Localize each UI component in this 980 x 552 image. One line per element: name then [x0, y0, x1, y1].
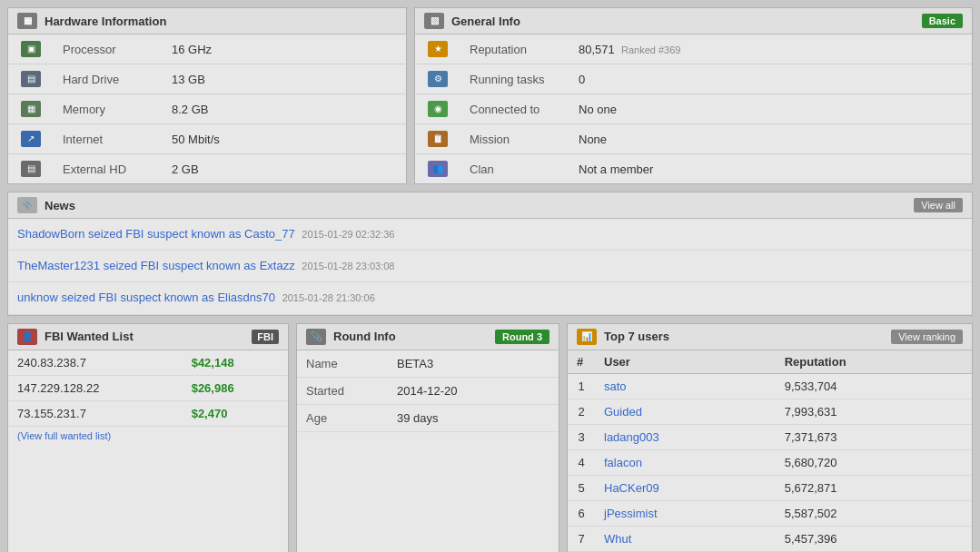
- table-row: 147.229.128.22 $26,986: [8, 375, 288, 400]
- reputation-cell: 5,680,720: [776, 449, 972, 475]
- reputation-label: Reputation: [460, 34, 569, 64]
- clan-value: Not a member: [569, 154, 972, 184]
- user-link[interactable]: sato: [604, 380, 627, 393]
- table-row: ⚙ Running tasks 0: [415, 64, 972, 94]
- table-row: ▦ Memory 8.2 GB: [8, 94, 406, 124]
- fbi-icon: 👤: [17, 329, 37, 345]
- user-link[interactable]: Whut: [604, 532, 631, 546]
- news-link[interactable]: ShadowBorn seized FBI suspect known as C…: [17, 227, 295, 241]
- round-name-label: Name: [297, 350, 388, 378]
- table-row: ▤ Hard Drive 13 GB: [8, 64, 406, 94]
- round-table: Name BETA3 Started 2014-12-20 Age 39 day…: [297, 350, 559, 432]
- internet-value: 50 Mbit/s: [163, 124, 406, 154]
- harddrive-value: 13 GB: [163, 64, 406, 94]
- round-panel: 📎 Round Info Round 3 Name BETA3 Started …: [296, 323, 559, 552]
- fbi-ip: 240.83.238.7: [8, 350, 183, 376]
- table-row: ◉ Connected to No one: [415, 94, 972, 124]
- fbi-badge: FBI: [252, 330, 279, 344]
- news-link[interactable]: unknow seized FBI suspect known as Elias…: [17, 291, 275, 304]
- table-row: 5 HaCKer09 5,672,871: [568, 475, 972, 500]
- hardware-panel: ▦ Hardware Information ▣ Processor 16 GH…: [7, 7, 407, 184]
- news-header: 📎 News View all: [8, 192, 972, 219]
- hardware-title: Hardware Information: [45, 15, 397, 28]
- user-link[interactable]: Guided: [604, 405, 642, 419]
- user-link[interactable]: jPessimist: [604, 507, 658, 520]
- tasks-label: Running tasks: [460, 64, 569, 94]
- view-full-wanted-link[interactable]: (View full wanted list): [8, 427, 288, 445]
- reputation-cell: 9,533,704: [776, 373, 972, 399]
- hardware-header: ▦ Hardware Information: [8, 8, 406, 34]
- clan-label: Clan: [460, 154, 569, 184]
- tasks-value: 0: [569, 64, 972, 94]
- general-icon: ▧: [424, 13, 444, 29]
- round-started-label: Started: [297, 377, 388, 404]
- news-title: News: [45, 199, 906, 212]
- top7-header-row: # User Reputation: [568, 350, 972, 374]
- round-name-value: BETA3: [388, 350, 559, 378]
- general-panel: ▧ General Info Basic ★ Reputation 80,571…: [414, 7, 973, 184]
- table-row: 240.83.238.7 $42,148: [8, 350, 288, 376]
- round-icon: 📎: [306, 329, 326, 345]
- news-timestamp: 2015-01-28 21:30:06: [282, 292, 375, 303]
- user-link[interactable]: HaCKer09: [604, 481, 659, 495]
- user-cell: HaCKer09: [595, 475, 776, 500]
- view-all-button[interactable]: View all: [914, 198, 963, 212]
- table-row: 4 falacon 5,680,720: [568, 449, 972, 475]
- news-item: unknow seized FBI suspect known as Elias…: [8, 282, 972, 314]
- user-cell: jPessimist: [595, 500, 776, 526]
- round-started-value: 2014-12-20: [388, 377, 559, 404]
- table-row: 3 ladang003 7,371,673: [568, 424, 972, 449]
- memory-label: Memory: [54, 94, 163, 124]
- page: ▦ Hardware Information ▣ Processor 16 GH…: [0, 0, 980, 552]
- general-header: ▧ General Info Basic: [415, 8, 972, 34]
- news-icon: 📎: [17, 197, 37, 213]
- rank-cell: 2: [568, 399, 595, 424]
- round-title: Round Info: [333, 330, 488, 343]
- user-link[interactable]: falacon: [604, 456, 642, 469]
- user-cell: Guided: [595, 399, 776, 424]
- round-header: 📎 Round Info Round 3: [297, 324, 559, 350]
- processor-value: 16 GHz: [163, 34, 406, 64]
- fbi-panel: 👤 FBI Wanted List FBI 240.83.238.7 $42,1…: [7, 323, 289, 552]
- tasks-icon: ⚙: [428, 71, 448, 87]
- user-cell: falacon: [595, 449, 776, 475]
- fbi-title: FBI Wanted List: [45, 330, 244, 343]
- rank-cell: 4: [568, 449, 595, 475]
- internet-icon: ↗: [21, 131, 41, 147]
- top7-panel: 📊 Top 7 users View ranking # User Reputa…: [567, 323, 973, 552]
- col-rank: #: [568, 350, 595, 374]
- round-badge: Round 3: [495, 330, 549, 344]
- reputation-cell: 5,457,396: [776, 526, 972, 551]
- fbi-money: $42,148: [183, 350, 288, 376]
- processor-label: Processor: [54, 34, 163, 64]
- hardware-icon: ▦: [17, 13, 37, 29]
- table-row: ↗ Internet 50 Mbit/s: [8, 124, 406, 154]
- table-row: 📋 Mission None: [415, 124, 972, 154]
- user-link[interactable]: ladang003: [604, 430, 659, 444]
- mission-icon: 📋: [428, 131, 448, 147]
- view-ranking-button[interactable]: View ranking: [891, 330, 963, 344]
- general-table: ★ Reputation 80,571 Ranked #369 ⚙ Runnin…: [415, 34, 972, 183]
- hardware-table: ▣ Processor 16 GHz ▤ Hard Drive 13 GB ▦ …: [8, 34, 406, 183]
- table-row: Age 39 days: [297, 404, 559, 431]
- bottom-row: 👤 FBI Wanted List FBI 240.83.238.7 $42,1…: [7, 323, 973, 552]
- rank-cell: 5: [568, 475, 595, 500]
- reputation-cell: 5,587,502: [776, 500, 972, 526]
- table-row: ▤ External HD 2 GB: [8, 154, 406, 184]
- news-panel: 📎 News View all ShadowBorn seized FBI su…: [7, 192, 973, 316]
- table-row: ★ Reputation 80,571 Ranked #369: [415, 34, 972, 64]
- rank-cell: 1: [568, 373, 595, 399]
- fbi-ip: 73.155.231.7: [8, 400, 183, 426]
- basic-badge: Basic: [922, 14, 963, 28]
- col-reputation: Reputation: [776, 350, 972, 374]
- mission-label: Mission: [460, 124, 569, 154]
- table-row: 👥 Clan Not a member: [415, 154, 972, 184]
- top7-table: # User Reputation 1 sato 9,533,704 2 Gui…: [568, 350, 972, 552]
- fbi-money: $2,470: [183, 400, 288, 426]
- news-link[interactable]: TheMaster1231 seized FBI suspect known a…: [17, 259, 295, 272]
- fbi-ip: 147.229.128.22: [8, 375, 183, 400]
- connected-value: No one: [569, 94, 972, 124]
- news-timestamp: 2015-01-29 02:32:36: [302, 229, 394, 240]
- internet-label: Internet: [54, 124, 163, 154]
- harddrive-label: Hard Drive: [54, 64, 163, 94]
